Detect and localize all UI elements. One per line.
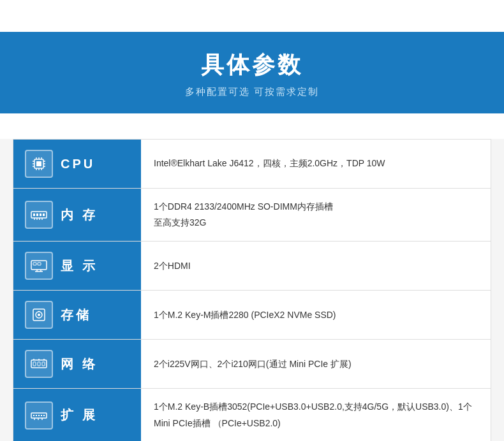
spec-label-cpu: CPU — [13, 140, 141, 188]
svg-rect-43 — [38, 415, 40, 416]
display-label: 显 示 — [61, 257, 98, 275]
spec-row-display: 显 示 2个HDMI — [13, 242, 491, 291]
storage-icon — [25, 301, 53, 329]
expansion-label: 扩 展 — [61, 407, 98, 424]
spec-label-network: 网 络 — [13, 340, 141, 388]
svg-rect-17 — [40, 213, 41, 216]
svg-rect-35 — [38, 362, 40, 366]
storage-icon-svg — [30, 306, 48, 324]
svg-rect-24 — [33, 263, 36, 265]
page-title: 具体参数 — [13, 50, 491, 81]
memory-value: 1个DDR4 2133/2400MHz SO-DIMM内存插槽 至高支持32G — [141, 189, 491, 241]
spec-label-memory: 内 存 — [13, 189, 141, 241]
svg-rect-18 — [43, 213, 45, 216]
memory-label: 内 存 — [61, 206, 98, 224]
spec-row-storage: 存储 1个M.2 Key-M插槽2280 (PCIeX2 NVMe SSD) — [13, 291, 491, 340]
svg-point-31 — [38, 314, 40, 316]
specs-table: CPU Intel®Elkhart Lake J6412，四核，主频2.0GHz… — [13, 139, 491, 441]
cpu-icon-svg — [30, 155, 48, 173]
spacer — [0, 113, 504, 139]
display-icon — [25, 252, 53, 280]
spec-label-display: 显 示 — [13, 242, 141, 290]
display-value: 2个HDMI — [141, 242, 491, 290]
expansion-icon-svg — [29, 407, 48, 424]
spec-row-expansion: 扩 展 1个M.2 Key-B插槽3052(PCIe+USB3.0+USB2.0… — [13, 389, 491, 441]
storage-label: 存储 — [61, 307, 91, 324]
svg-rect-36 — [42, 362, 45, 366]
svg-rect-15 — [33, 213, 35, 216]
svg-rect-16 — [36, 213, 38, 216]
cpu-label: CPU — [61, 157, 95, 171]
spec-row-cpu: CPU Intel®Elkhart Lake J6412，四核，主频2.0GHz… — [13, 140, 491, 189]
network-icon — [25, 350, 53, 378]
svg-rect-42 — [36, 415, 37, 416]
top-spacer — [0, 0, 504, 32]
svg-rect-44 — [41, 415, 42, 416]
memory-icon — [25, 201, 53, 229]
display-icon-svg — [29, 257, 48, 275]
svg-rect-1 — [36, 161, 41, 166]
page-subtitle: 多种配置可选 可按需求定制 — [13, 86, 491, 98]
network-value: 2个i225V网口、2个i210网口(通过 Mini PCIe 扩展) — [141, 340, 491, 388]
expansion-icon — [25, 401, 53, 430]
svg-rect-33 — [31, 360, 47, 368]
spec-row-network: 网 络 2个i225V网口、2个i210网口(通过 Mini PCIe 扩展) — [13, 340, 491, 389]
svg-rect-45 — [43, 415, 45, 416]
expansion-value: 1个M.2 Key-B插槽3052(PCIe+USB3.0+USB2.0,支持4… — [141, 389, 491, 441]
storage-value: 1个M.2 Key-M插槽2280 (PCIeX2 NVMe SSD) — [141, 291, 491, 339]
spec-label-storage: 存储 — [13, 291, 141, 339]
network-icon-svg — [29, 355, 48, 373]
svg-rect-41 — [33, 415, 34, 416]
cpu-icon — [25, 150, 53, 178]
spec-row-memory: 内 存 1个DDR4 2133/2400MHz SO-DIMM内存插槽 至高支持… — [13, 189, 491, 242]
svg-rect-25 — [38, 263, 41, 265]
memory-icon-svg — [29, 206, 48, 224]
spec-label-expansion: 扩 展 — [13, 389, 141, 441]
header-banner: 具体参数 多种配置可选 可按需求定制 — [0, 32, 504, 113]
network-label: 网 络 — [61, 356, 98, 373]
cpu-value: Intel®Elkhart Lake J6412，四核，主频2.0GHz，TDP… — [141, 140, 491, 188]
svg-rect-34 — [33, 362, 36, 366]
memory-value-line2: 至高支持32G — [154, 215, 333, 231]
memory-value-line1: 1个DDR4 2133/2400MHz SO-DIMM内存插槽 — [154, 199, 333, 215]
